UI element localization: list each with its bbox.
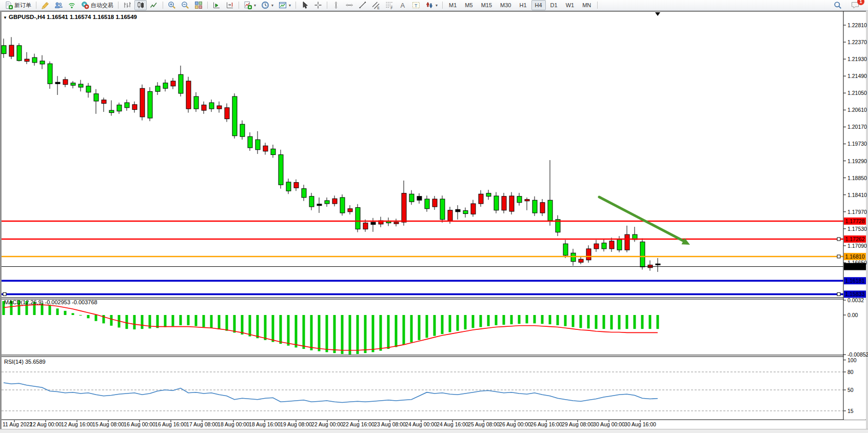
rsi-tick-label: 80: [847, 369, 854, 375]
tf-m30-button[interactable]: M30: [497, 0, 515, 10]
price-tick-label: 1.22370: [847, 39, 867, 45]
tile-windows-button[interactable]: [192, 0, 205, 10]
trendline-button[interactable]: [357, 0, 369, 10]
macd-tick-label: 0.0032: [847, 297, 864, 303]
tf-d1-label: D1: [549, 2, 559, 8]
templates-icon: [279, 1, 287, 9]
channel-button[interactable]: E: [370, 0, 382, 10]
community-button[interactable]: [52, 0, 65, 10]
autotrade-label: 自动交易: [91, 2, 113, 9]
rsi-tick-label: 50: [847, 387, 854, 393]
tf-w1-button[interactable]: W1: [562, 0, 578, 10]
crosshair-button[interactable]: [312, 0, 324, 10]
tf-mn-label: MN: [581, 2, 593, 8]
date-tick-label: 24 Aug 16:00: [437, 421, 468, 427]
date-tick-label: 15 Aug 08:00: [92, 421, 124, 427]
cursor-icon: [301, 1, 309, 9]
date-tick-label: 18 Aug 16:00: [249, 421, 281, 427]
crayon-button[interactable]: [39, 0, 51, 10]
vline-button[interactable]: [330, 0, 342, 10]
svg-text:F: F: [391, 6, 393, 10]
tf-m15-button[interactable]: M15: [478, 0, 496, 10]
macd-indicator-label: MACD(12,26,9) -0.002953 -0.003768: [4, 299, 97, 305]
rsi-tick-label: 15: [847, 408, 854, 414]
price-tick-label: 1.20170: [847, 124, 867, 130]
price-tag-label: 1.16181: [845, 278, 865, 284]
fibonacci-button[interactable]: F: [383, 0, 396, 10]
tf-h4-button[interactable]: H4: [531, 0, 546, 10]
level-handle[interactable]: [837, 255, 840, 258]
toolbar-separator: [163, 2, 163, 9]
tf-m5-button[interactable]: M5: [461, 0, 476, 10]
hline-button[interactable]: [343, 0, 356, 10]
arrows-caret-icon[interactable]: ▾: [436, 3, 438, 8]
price-tick-label: 1.21930: [847, 56, 867, 62]
date-tick-label: 17 Aug 08:00: [186, 421, 218, 427]
level-handle[interactable]: [837, 238, 840, 241]
tf-m1-button[interactable]: M1: [445, 0, 460, 10]
templates-button[interactable]: ▾: [277, 0, 293, 10]
tf-h1-button[interactable]: H1: [516, 0, 530, 10]
templates-caret-icon[interactable]: ▾: [289, 3, 291, 8]
chat-button[interactable]: 1: [849, 0, 861, 10]
toolbar: 新订单自动交易▾▾▾EFAT▾M1M5M15M30H1H4D1W1MN 1: [0, 0, 868, 11]
date-tick-label: 18 Aug 00:00: [218, 421, 249, 427]
indicators-caret-icon[interactable]: ▾: [254, 3, 256, 8]
indicators-button[interactable]: ▾: [242, 0, 258, 10]
tf-mn-button[interactable]: MN: [579, 0, 595, 10]
autotrade-button[interactable]: 自动交易: [79, 0, 115, 10]
level-handle[interactable]: [3, 292, 6, 296]
window-background: [0, 11, 868, 433]
zoom-out-button[interactable]: [179, 0, 191, 10]
chart-line-button[interactable]: [148, 0, 160, 10]
periods-caret-icon[interactable]: ▾: [271, 3, 273, 8]
date-tick-label: 19 Aug 08:00: [280, 421, 312, 427]
arrows-button[interactable]: ▾: [423, 0, 440, 10]
tf-d1-button[interactable]: D1: [547, 0, 561, 10]
indicators-icon: [244, 1, 252, 9]
chart-shift-button[interactable]: [224, 0, 236, 10]
price-tick-label: 1.19290: [847, 158, 867, 164]
label-button[interactable]: T: [410, 0, 422, 10]
price-tick-label: 1.18410: [847, 192, 867, 198]
chart-dropdown-icon[interactable]: ▼: [3, 15, 7, 20]
text-button[interactable]: A: [397, 0, 409, 10]
periods-icon: [261, 1, 269, 9]
price-tick-label: 1.18850: [847, 175, 867, 181]
toolbar-separator: [239, 2, 239, 9]
text-icon: A: [399, 1, 407, 9]
price-tick-label: 1.21490: [847, 73, 867, 79]
chart-window[interactable]: 1.228101.223701.219301.214901.210501.206…: [0, 0, 868, 433]
date-tick-label: 29 Aug 08:00: [562, 421, 594, 427]
date-tick-label: 23 Aug 08:00: [374, 421, 406, 427]
chart-line-icon: [150, 1, 158, 9]
tf-w1-label: W1: [564, 2, 576, 8]
rsi-tick-label: 100: [847, 357, 857, 363]
signal-button[interactable]: [66, 0, 78, 10]
autoscroll-button[interactable]: [210, 0, 223, 10]
toolbar-separator: [207, 2, 208, 9]
level-handle[interactable]: [837, 292, 840, 296]
date-tick-label: 22 Aug 00:00: [311, 421, 343, 427]
date-tick-label: 12 Aug 00:00: [30, 421, 62, 427]
community-icon: [54, 1, 63, 9]
rsi-indicator-label: RSI(14) 35.6589: [4, 359, 46, 365]
chart-bars-button[interactable]: [121, 0, 133, 10]
date-tick-label: 22 Aug 16:00: [343, 421, 374, 427]
date-tick-label: 24 Aug 00:00: [405, 421, 437, 427]
new-order-button[interactable]: 新订单: [3, 0, 33, 10]
price-tag-label: 1.17262: [845, 236, 865, 242]
svg-text:A: A: [401, 2, 405, 9]
toolbar-separator: [442, 2, 443, 9]
chart-candles-button[interactable]: [134, 0, 147, 10]
cursor-button[interactable]: [299, 0, 311, 10]
chart-graphics: 1.228101.223701.219301.214901.210501.206…: [0, 11, 868, 433]
tf-h1-label: H1: [518, 2, 528, 8]
periods-button[interactable]: ▾: [259, 0, 275, 10]
zoom-in-button[interactable]: [166, 0, 178, 10]
tf-m30-label: M30: [499, 2, 512, 8]
search-button[interactable]: [832, 0, 844, 10]
autoscroll-icon: [212, 1, 221, 9]
zoom-in-icon: [168, 1, 176, 9]
label-icon: T: [412, 1, 420, 9]
